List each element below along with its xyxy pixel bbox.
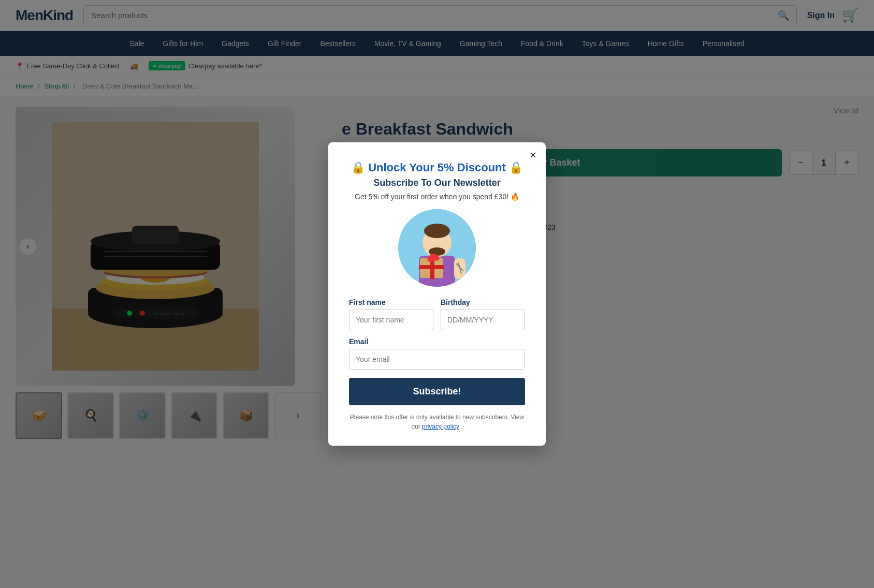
modal-close-button[interactable]: ×: [530, 150, 536, 161]
subscribe-button[interactable]: Subscribe!: [349, 378, 525, 405]
lock-end-icon: 🔒: [509, 161, 523, 174]
modal-description: Get 5% off your first order when you spe…: [349, 193, 525, 201]
modal-footer-period: .: [461, 423, 462, 430]
first-name-group: First name: [349, 298, 433, 330]
modal-title: 🔒 Unlock Your 5% Discount 🔒: [349, 161, 525, 174]
svg-rect-26: [419, 265, 444, 269]
privacy-policy-link[interactable]: privacy policy: [422, 423, 459, 430]
birthday-label: Birthday: [441, 298, 525, 306]
modal-name-birthday-row: First name Birthday: [349, 298, 525, 330]
modal-footer: Please note this offer is only available…: [349, 413, 525, 431]
modal-subtitle: Subscribe To Our Newsletter: [349, 178, 525, 188]
email-label: Email: [349, 337, 525, 346]
birthday-input[interactable]: [441, 310, 525, 330]
lock-start-icon: 🔒: [351, 161, 365, 174]
modal-overlay: × 🔒 Unlock Your 5% Discount 🔒 Subscribe …: [0, 0, 874, 449]
newsletter-modal: × 🔒 Unlock Your 5% Discount 🔒 Subscribe …: [328, 142, 546, 446]
email-group: Email: [349, 337, 525, 370]
svg-point-22: [424, 224, 450, 238]
first-name-label: First name: [349, 298, 433, 306]
email-input[interactable]: [349, 349, 525, 370]
modal-avatar: [398, 209, 476, 287]
birthday-group: Birthday: [441, 298, 525, 330]
modal-title-highlight: Unlock Your 5% Discount: [368, 161, 506, 174]
first-name-input[interactable]: [349, 310, 433, 330]
